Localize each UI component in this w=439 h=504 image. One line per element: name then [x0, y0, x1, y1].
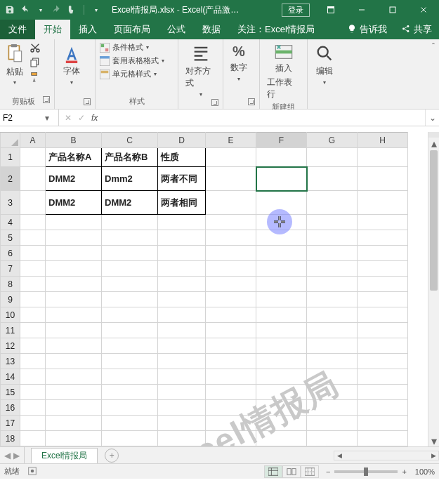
tab-file[interactable]: 文件 [0, 20, 35, 39]
row-header[interactable]: 18 [1, 431, 20, 446]
sheet[interactable]: A B C D E F G H 1 产品名称A 产品名称B 性质 2 DMM2 [0, 132, 408, 446]
name-box[interactable]: ▾ [0, 110, 59, 126]
cell[interactable]: 两者相同 [158, 191, 206, 215]
page-break-view-icon[interactable] [301, 465, 319, 478]
font-button[interactable]: 字体 ▾ [59, 42, 84, 87]
row-header[interactable]: 10 [1, 307, 20, 323]
ribbon-options-icon[interactable] [315, 0, 346, 20]
prev-sheet-icon[interactable]: ◀ [4, 451, 11, 460]
table-format-button[interactable]: 套用表格格式 ▾ [100, 55, 164, 66]
col-header[interactable]: H [358, 133, 408, 148]
scroll-down-icon[interactable]: ▾ [428, 435, 439, 446]
row-header[interactable]: 13 [1, 354, 20, 369]
insert-row-button[interactable]: 插入 工作表行 [264, 42, 303, 102]
cell[interactable]: DMM2 [102, 191, 158, 215]
row-header[interactable]: 9 [1, 292, 20, 307]
zoom-level[interactable]: 100% [415, 467, 435, 476]
maximize-icon[interactable] [377, 0, 408, 20]
dialog-launcher-icon[interactable] [248, 98, 255, 105]
row-header[interactable]: 1 [1, 148, 20, 167]
cut-icon[interactable] [30, 42, 41, 55]
row-header[interactable]: 6 [1, 246, 20, 261]
vertical-scrollbar[interactable]: ▴ ▾ [428, 132, 439, 446]
paste-button[interactable]: 粘贴 ▾ [4, 42, 25, 87]
format-painter-icon[interactable] [30, 72, 41, 85]
cell[interactable]: 两者不同 [158, 167, 206, 191]
active-cell[interactable] [256, 167, 307, 191]
row-header[interactable]: 14 [1, 369, 20, 385]
save-icon[interactable] [4, 4, 15, 15]
chevron-down-icon[interactable]: ▾ [41, 113, 53, 123]
close-icon[interactable] [408, 0, 439, 20]
select-all-corner[interactable] [1, 133, 20, 148]
row-header[interactable]: 16 [1, 400, 20, 416]
scroll-right-icon[interactable]: ▶ [428, 452, 438, 459]
page-layout-view-icon[interactable] [282, 465, 301, 478]
redo-icon[interactable] [51, 4, 62, 15]
conditional-format-button[interactable]: 条件格式 ▾ [100, 42, 149, 53]
fx-icon[interactable]: fx [91, 113, 98, 123]
copy-icon[interactable] [30, 57, 41, 70]
row-header[interactable]: 4 [1, 215, 20, 230]
row-header[interactable]: 11 [1, 323, 20, 338]
next-sheet-icon[interactable]: ▶ [13, 451, 20, 460]
tab-layout[interactable]: 页面布局 [105, 20, 159, 39]
collapse-ribbon-icon[interactable]: ˆ [432, 42, 435, 52]
row-header[interactable]: 15 [1, 385, 20, 400]
editing-button[interactable]: 编辑 ▾ [312, 42, 337, 87]
col-header[interactable]: D [158, 133, 206, 148]
cell[interactable]: 性质 [158, 148, 206, 167]
row-header[interactable]: 3 [1, 191, 20, 215]
row-header[interactable]: 5 [1, 230, 20, 246]
zoom-in-icon[interactable]: + [402, 467, 406, 476]
qat-customize-icon[interactable]: ▾ [91, 4, 102, 15]
zoom-slider[interactable] [334, 470, 398, 473]
macro-record-icon[interactable] [28, 467, 37, 477]
dialog-launcher-icon[interactable] [43, 96, 50, 103]
zoom-out-icon[interactable]: − [326, 467, 330, 476]
col-header[interactable]: A [20, 133, 46, 148]
dialog-launcher-icon[interactable] [84, 98, 91, 105]
col-header[interactable]: E [206, 133, 256, 148]
scroll-up-icon[interactable]: ▴ [428, 138, 439, 149]
name-box-input[interactable] [0, 112, 41, 124]
col-header[interactable]: G [307, 133, 358, 148]
number-button[interactable]: % 数字 ▾ [228, 42, 250, 84]
undo-dropdown-icon[interactable]: ▾ [35, 4, 46, 15]
cell[interactable]: 产品名称A [46, 148, 102, 167]
tell-me[interactable]: 告诉我 [340, 20, 394, 39]
cell[interactable]: Dmm2 [102, 167, 158, 191]
formula-bar-input[interactable] [103, 110, 425, 126]
tab-data[interactable]: 数据 [194, 20, 229, 39]
share-button[interactable]: 共享 [394, 20, 439, 39]
tab-attention[interactable]: 关注：Excel情报局 [229, 20, 323, 39]
row-header[interactable]: 12 [1, 338, 20, 354]
col-header[interactable]: F [256, 133, 307, 148]
col-header[interactable]: C [102, 133, 158, 148]
expand-formula-bar-icon[interactable]: ⌄ [425, 110, 439, 126]
sheet-tab[interactable]: Excel情报局 [31, 448, 98, 463]
login-button[interactable]: 登录 [282, 4, 310, 17]
scroll-left-icon[interactable]: ◀ [334, 452, 344, 459]
undo-icon[interactable] [20, 4, 31, 15]
tab-formulas[interactable]: 公式 [159, 20, 194, 39]
scrollbar-thumb[interactable] [430, 150, 438, 291]
cell[interactable]: DMM2 [46, 191, 102, 215]
row-header[interactable]: 8 [1, 277, 20, 292]
row-header[interactable]: 7 [1, 261, 20, 277]
cell[interactable]: DMM2 [46, 167, 102, 191]
sheet-nav[interactable]: ◀▶ [0, 451, 24, 460]
tab-insert[interactable]: 插入 [70, 20, 105, 39]
normal-view-icon[interactable] [264, 465, 282, 478]
horizontal-scrollbar[interactable]: ◀ ▶ [334, 451, 439, 460]
new-sheet-button[interactable]: + [105, 449, 119, 463]
dialog-launcher-icon[interactable] [211, 99, 218, 106]
tab-home[interactable]: 开始 [35, 20, 70, 39]
minimize-icon[interactable] [346, 0, 377, 20]
touch-mode-icon[interactable] [66, 4, 77, 15]
row-header[interactable]: 2 [1, 167, 20, 191]
cell[interactable]: 产品名称B [102, 148, 158, 167]
cell-styles-button[interactable]: 单元格样式 ▾ [100, 69, 157, 79]
col-header[interactable]: B [46, 133, 102, 148]
row-header[interactable]: 17 [1, 416, 20, 431]
